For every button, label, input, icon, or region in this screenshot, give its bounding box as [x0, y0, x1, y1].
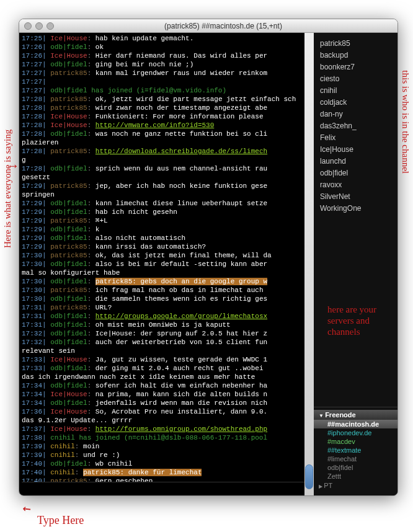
message-line: 17:40| odb|fidel: wb cnihil [22, 459, 311, 468]
titlebar[interactable]: (patrick85) ##macintosh.de (15,+nt) [19, 19, 397, 33]
annotation-bottom: Type Here [37, 514, 84, 527]
message-line: 17:28| Ice|House: http://vmware.com/info… [22, 121, 311, 130]
message-line: 17:30| odb|fidel: die sammeln themes wen… [22, 295, 311, 303]
message-line: 17:32| odb|fidel: auch der weiterbetrieb… [22, 338, 311, 347]
message-line: 17:29| odb|fidel: kann limechat diese li… [22, 199, 311, 208]
user-item[interactable]: ravoxx [320, 179, 391, 191]
message-line: 17:28| odb|fidel: was noch ne ganz nette… [22, 130, 311, 138]
server-header[interactable]: PT [314, 481, 397, 490]
message-line: 17:29| odb|fidel: also nicht automatisch [22, 234, 311, 242]
message-wrap: g [22, 156, 311, 164]
message-wrap: das ich irgendwann nach zeit x idle kein… [22, 373, 311, 381]
message-line: 17:37| Ice|House: http://forums.omnigrou… [22, 425, 311, 433]
input-area [22, 482, 311, 494]
message-wrap: mal so konfiguriert habe [22, 268, 311, 277]
message-line: 17:31| odb|fidel: oh mist mein OmniWeb i… [22, 321, 311, 329]
user-item[interactable]: Felix [320, 132, 391, 144]
message-line: 17:29| odb|fidel: k [22, 225, 311, 234]
channel-item[interactable]: ##textmate [314, 446, 397, 454]
message-list: 17:25| Ice|House: hab kein update gemach… [22, 34, 311, 482]
message-line: 17:32| odb|fidel: Ice|House: der sprung … [22, 329, 311, 338]
channel-item[interactable]: Zettt [314, 472, 397, 481]
window-title: (patrick85) ##macintosh.de (15,+nt) [54, 22, 393, 30]
body: 17:25| Ice|House: hab kein update gemach… [19, 33, 397, 495]
message-line: 17:27| odb|fidel has joined (i=fidel@vm.… [22, 86, 311, 95]
zoom-icon[interactable] [47, 22, 54, 30]
message-line: 17:31| odb|fidel: http://groups.google.c… [22, 312, 311, 321]
message-line: 17:33| Ice|House: Ja, gut zu wissen, tes… [22, 355, 311, 364]
message-line: 17:28| odb|fidel: sprich wenn du aus nem… [22, 164, 311, 173]
message-line: 17:40| cnihil: patrick85: danke für lime… [22, 468, 311, 477]
annotation-left: Here is what everyone is saying [2, 130, 13, 248]
annotation-right2: here are your servers and channels [327, 304, 402, 337]
window-controls [24, 22, 54, 30]
user-item[interactable]: das3zehn_ [320, 120, 391, 132]
arrow-icon: → [9, 159, 17, 174]
user-item[interactable]: launchd [320, 156, 391, 167]
user-item[interactable]: boonkerz7 [320, 61, 391, 73]
message-line: 17:34| odb|fidel: sofenr ich halt die vm… [22, 381, 311, 390]
user-item[interactable]: cnihil [320, 85, 391, 97]
user-item[interactable]: patrick85 [320, 38, 391, 50]
message-line: 17:26| odb|fidel: ok [22, 43, 311, 51]
message-line: 17:38| cnihil has joined (n=cnihil@dslb-… [22, 433, 311, 442]
message-wrap: das 9.1.2er Update... grrrr [22, 416, 311, 425]
message-input[interactable] [22, 482, 311, 494]
chat-panel: 17:25| Ice|House: hab kein update gemach… [19, 33, 314, 495]
message-line: 17:27| [22, 78, 311, 86]
channel-item[interactable]: odb|fidel [314, 463, 397, 472]
channel-item[interactable]: #macdev [314, 437, 397, 446]
message-line: 17:40| patrick85: Gern geschehen [22, 477, 311, 482]
message-line: 17:30| odb|fidel: patrick85: gebs doch a… [22, 277, 311, 286]
user-item[interactable]: WorkingOne [320, 203, 391, 215]
user-item[interactable]: coldjack [320, 97, 391, 109]
message-wrap: gesetzt [22, 173, 311, 182]
message-line: 17:29| patrick85: kann irssi das automat… [22, 242, 311, 251]
user-item[interactable]: ciesto [320, 73, 391, 85]
message-line: 17:29| odb|fidel: hab ich nicht gesehn [22, 208, 311, 216]
message-wrap: relevant sein [22, 347, 311, 355]
message-line: 17:28| patrick85: http://download.schrei… [22, 147, 311, 156]
user-item[interactable]: dan-ny [320, 109, 391, 120]
channel-item[interactable]: #iphonedev.de [314, 428, 397, 437]
message-wrap: springen [22, 190, 311, 199]
channel-item[interactable]: ##macintosh.de [314, 420, 397, 428]
message-line: 17:30| patrick85: ich frag mal nach ob d… [22, 286, 311, 295]
message-line: 17:28| patrick85: ok, jetzt wird die par… [22, 95, 311, 104]
message-line: 17:36| Ice|House: So, Acrobat Pro neu in… [22, 407, 311, 416]
message-line: 17:31| patrick85: URL? [22, 303, 311, 312]
server-tree: Freenode##macintosh.de#iphonedev.de#macd… [314, 407, 397, 495]
user-item[interactable]: odb|fidel [320, 167, 391, 179]
message-line: 17:28| Ice|House: Funktioniert: For more… [22, 112, 311, 121]
message-line: 17:39| cnihil: und re :) [22, 451, 311, 459]
message-line: 17:30| patrick85: ok, das ist jetzt mein… [22, 251, 311, 260]
user-list: patrick85backupdboonkerz7ciestocnihilcol… [314, 33, 397, 407]
message-line: 17:34| odb|fidel: jedenfalls wird wenn m… [22, 399, 311, 407]
arrow-icon: ↘ [19, 501, 37, 519]
close-icon[interactable] [24, 22, 32, 30]
message-line: 17:27| odb|fidel: ging bei mir noch nie … [22, 60, 311, 69]
channel-item[interactable]: #limechat [314, 454, 397, 463]
message-line: 17:29| patrick85: jep, aber ich hab noch… [22, 182, 311, 190]
message-line: 17:39| cnihil: moin [22, 442, 311, 451]
minimize-icon[interactable] [35, 22, 43, 30]
message-line: 17:25| Ice|House: hab kein update gemach… [22, 34, 311, 43]
message-line: 17:26| Ice|House: Hier darf niemand raus… [22, 51, 311, 60]
annotation-right1: this is who is in the channel [400, 70, 411, 174]
scrollbar[interactable] [304, 33, 314, 495]
sidebar: patrick85backupdboonkerz7ciestocnihilcol… [314, 33, 397, 495]
message-line: 17:30| odb|fidel: also is bei mir defaul… [22, 260, 311, 268]
message-line: 17:28| patrick85: wird zwar noch der tim… [22, 104, 311, 112]
user-item[interactable]: Ice|House [320, 144, 391, 156]
server-header[interactable]: Freenode [314, 410, 397, 420]
message-line: 17:34| Ice|House: na prima, man kann sic… [22, 390, 311, 399]
message-line: 17:33| odb|fidel: der ging mit 2.0.4 auc… [22, 364, 311, 373]
user-item[interactable]: SilverNet [320, 191, 391, 203]
app-window: (patrick85) ##macintosh.de (15,+nt) 17:2… [19, 19, 398, 496]
message-wrap: plazieren [22, 138, 311, 147]
message-line: 17:27| patrick85: kann mal irgendwer rau… [22, 69, 311, 78]
scroll-thumb[interactable] [305, 464, 313, 489]
message-line: 17:29| patrick85: ⌘+L [22, 216, 311, 225]
user-item[interactable]: backupd [320, 50, 391, 61]
